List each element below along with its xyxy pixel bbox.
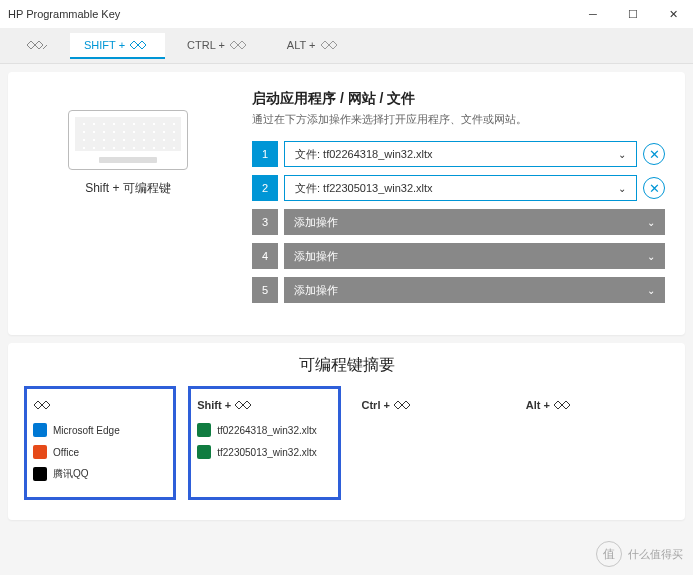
action-row: 2 文件: tf22305013_win32.xltx ⌄ ✕ (252, 175, 665, 201)
left-column: Shift + 可编程键 (28, 90, 228, 311)
diamond-icon (26, 40, 48, 50)
summary-item-label: Office (53, 447, 79, 458)
action-label: 添加操作 (294, 215, 338, 230)
action-number: 2 (252, 175, 278, 201)
chevron-down-icon: ⌄ (618, 149, 626, 160)
app-icon (197, 445, 211, 459)
remove-button[interactable]: ✕ (643, 143, 665, 165)
watermark-badge: 值 (596, 541, 622, 567)
action-label: 文件: tf02264318_win32.xltx (295, 147, 433, 162)
summary-head: Ctrl + (362, 397, 496, 413)
summary-item: tf22305013_win32.xltx (197, 445, 331, 459)
summary-head: Shift + (197, 397, 331, 413)
diamond-icon (553, 400, 575, 410)
maximize-button[interactable]: ☐ (613, 0, 653, 28)
diamond-icon (129, 40, 151, 50)
diamond-icon (393, 400, 415, 410)
action-row: 5 添加操作 ⌄ (252, 277, 665, 303)
summary-title: 可编程键摘要 (24, 355, 669, 376)
action-dropdown[interactable]: 添加操作 ⌄ (284, 209, 665, 235)
tab-shift-label: SHIFT + (84, 39, 125, 51)
main-panel: Shift + 可编程键 启动应用程序 / 网站 / 文件 通过在下方添加操作来… (8, 72, 685, 335)
section-desc: 通过在下方添加操作来选择打开应用程序、文件或网站。 (252, 112, 665, 127)
summary-item: 腾讯QQ (33, 467, 167, 481)
action-list: 1 文件: tf02264318_win32.xltx ⌄ ✕ 2 文件: tf… (252, 141, 665, 303)
tab-ctrl-label: CTRL + (187, 39, 225, 51)
chevron-down-icon: ⌄ (618, 183, 626, 194)
summary-item: Office (33, 445, 167, 459)
diamond-icon (320, 40, 342, 50)
action-label: 添加操作 (294, 249, 338, 264)
minimize-button[interactable]: ─ (573, 0, 613, 28)
action-number: 4 (252, 243, 278, 269)
action-row: 1 文件: tf02264318_win32.xltx ⌄ ✕ (252, 141, 665, 167)
action-number: 5 (252, 277, 278, 303)
close-button[interactable]: ✕ (653, 0, 693, 28)
tab-ctrl[interactable]: CTRL + (173, 33, 265, 59)
app-icon (33, 445, 47, 459)
summary-column: Alt + (517, 386, 669, 500)
action-number: 1 (252, 141, 278, 167)
diamond-icon (33, 400, 55, 410)
action-dropdown[interactable]: 添加操作 ⌄ (284, 243, 665, 269)
chevron-down-icon: ⌄ (647, 217, 655, 228)
chevron-down-icon: ⌄ (647, 285, 655, 296)
watermark: 值 什么值得买 (596, 541, 683, 567)
window-title: HP Programmable Key (8, 8, 120, 20)
chevron-down-icon: ⌄ (647, 251, 655, 262)
action-row: 3 添加操作 ⌄ (252, 209, 665, 235)
action-dropdown[interactable]: 添加操作 ⌄ (284, 277, 665, 303)
action-row: 4 添加操作 ⌄ (252, 243, 665, 269)
action-label: 文件: tf22305013_win32.xltx (295, 181, 433, 196)
right-column: 启动应用程序 / 网站 / 文件 通过在下方添加操作来选择打开应用程序、文件或网… (252, 90, 665, 311)
diamond-icon (234, 400, 256, 410)
tab-none[interactable] (12, 34, 62, 58)
diamond-icon (229, 40, 251, 50)
tab-shift[interactable]: SHIFT + (70, 33, 165, 59)
modifier-tabs: SHIFT + CTRL + ALT + (0, 28, 693, 64)
app-icon (197, 423, 211, 437)
app-icon (33, 467, 47, 481)
summary-item-label: Microsoft Edge (53, 425, 120, 436)
remove-button[interactable]: ✕ (643, 177, 665, 199)
app-icon (33, 423, 47, 437)
action-number: 3 (252, 209, 278, 235)
summary-column: Shift + tf02264318_win32.xltxtf22305013_… (188, 386, 340, 500)
section-title: 启动应用程序 / 网站 / 文件 (252, 90, 665, 108)
action-label: 添加操作 (294, 283, 338, 298)
keyboard-label: Shift + 可编程键 (85, 180, 171, 197)
keyboard-icon (68, 110, 188, 170)
tab-alt-label: ALT + (287, 39, 316, 51)
summary-column: Microsoft EdgeOffice腾讯QQ (24, 386, 176, 500)
watermark-text: 什么值得买 (628, 547, 683, 562)
summary-item: tf02264318_win32.xltx (197, 423, 331, 437)
action-dropdown[interactable]: 文件: tf22305013_win32.xltx ⌄ (284, 175, 637, 201)
tab-alt[interactable]: ALT + (273, 33, 356, 59)
summary-panel: 可编程键摘要 Microsoft EdgeOffice腾讯QQShift + t… (8, 343, 685, 520)
summary-head (33, 397, 167, 413)
summary-item-label: tf02264318_win32.xltx (217, 425, 317, 436)
titlebar: HP Programmable Key ─ ☐ ✕ (0, 0, 693, 28)
summary-item: Microsoft Edge (33, 423, 167, 437)
summary-item-label: tf22305013_win32.xltx (217, 447, 317, 458)
window-controls: ─ ☐ ✕ (573, 0, 693, 28)
summary-grid: Microsoft EdgeOffice腾讯QQShift + tf022643… (24, 386, 669, 500)
summary-column: Ctrl + (353, 386, 505, 500)
summary-item-label: 腾讯QQ (53, 467, 89, 481)
action-dropdown[interactable]: 文件: tf02264318_win32.xltx ⌄ (284, 141, 637, 167)
summary-head: Alt + (526, 397, 660, 413)
